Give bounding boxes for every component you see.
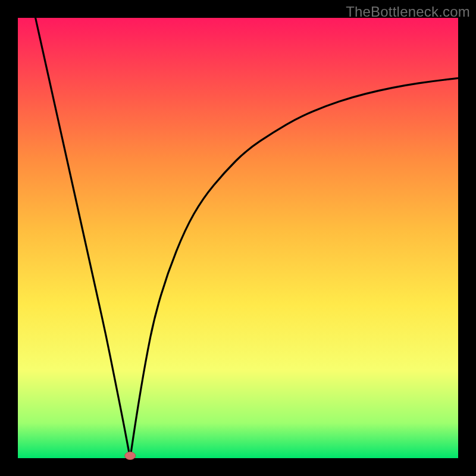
bottleneck-curve	[36, 18, 458, 458]
plot-area	[18, 18, 458, 458]
minimum-marker	[125, 452, 136, 460]
chart-stage: TheBottleneck.com	[0, 0, 476, 476]
curve-overlay	[18, 18, 458, 458]
watermark-text: TheBottleneck.com	[346, 4, 470, 20]
